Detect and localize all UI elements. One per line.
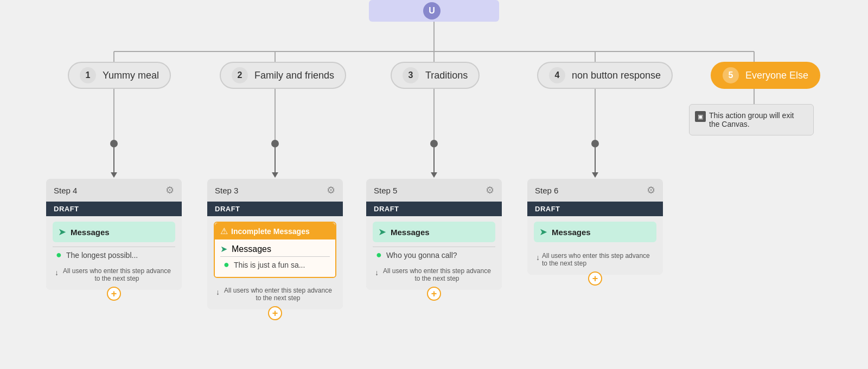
branch-label-5: Everyone Else — [745, 70, 808, 81]
step5-advance-text: ↓ All users who enter this step advance … — [373, 263, 495, 284]
step3-incomplete-label: Incomplete Messages — [231, 227, 310, 236]
step6-messages-label: Messages — [552, 228, 591, 237]
svg-point-15 — [110, 140, 118, 147]
exit-canvas-box: ▣ This action group will exit the Canvas… — [689, 104, 814, 135]
step5-whatsapp-text: Who you gonna call? — [386, 251, 457, 260]
step3-title: Step 3 — [215, 186, 238, 195]
step5-messages-label: Messages — [391, 228, 430, 237]
branch-1[interactable]: 1 Yummy meal — [68, 62, 171, 89]
down-arrow-step3: ↓ — [216, 288, 220, 296]
step3-header: Step 3 ⚙ — [207, 179, 343, 202]
down-arrow-step6: ↓ — [536, 253, 540, 262]
step6-messages-row[interactable]: ➤ Messages — [534, 222, 656, 242]
step6-gear-icon[interactable]: ⚙ — [647, 184, 655, 196]
inc-messages-inner: ➤ Messages ● This is just a fun sa... — [215, 239, 335, 277]
down-arrow-step4: ↓ — [55, 268, 59, 277]
branch-num-5: 5 — [723, 67, 739, 83]
step6-body: ➤ Messages ↓ All users who enter this st… — [527, 216, 663, 275]
step4-card: Step 4 ⚙ DRAFT ➤ Messages ● The longest … — [46, 179, 182, 290]
step4-messages-row[interactable]: ➤ Messages — [53, 222, 175, 242]
step3-messages-label: Messages — [232, 244, 271, 254]
whatsapp-icon-step3: ● — [224, 259, 229, 270]
step6-advance-text: ↓ All users who enter this step advance … — [534, 247, 656, 269]
svg-marker-12 — [431, 172, 437, 178]
branch-label-2: Family and friends — [254, 70, 334, 81]
send-icon-step3: ➤ — [220, 244, 227, 254]
incomplete-messages-box[interactable]: ⚠ Incomplete Messages ➤ Messages ● This … — [214, 222, 336, 278]
send-icon-step4: ➤ — [58, 226, 66, 238]
step5-add-button[interactable]: + — [427, 287, 441, 301]
step4-messages-label: Messages — [71, 228, 110, 237]
branch-4[interactable]: 4 non button response — [537, 62, 673, 89]
step6-add-button[interactable]: + — [588, 271, 602, 286]
top-node: U — [369, 0, 499, 22]
step3-whatsapp-row[interactable]: ● This is just a fun sa... — [220, 256, 330, 273]
branch-label-3: Traditions — [425, 70, 468, 81]
step6-draft-bar: DRAFT — [527, 202, 663, 216]
step5-body: ➤ Messages ● Who you gonna call? ↓ All u… — [366, 216, 502, 290]
branch-2[interactable]: 2 Family and friends — [220, 62, 346, 89]
step4-header: Step 4 ⚙ — [46, 179, 182, 202]
step3-body: ⚠ Incomplete Messages ➤ Messages ● This … — [207, 216, 343, 309]
step3-messages-row[interactable]: ➤ Messages — [220, 244, 330, 254]
step5-card: Step 5 ⚙ DRAFT ➤ Messages ● Who you gonn… — [366, 179, 502, 290]
top-node-icon: U — [423, 2, 441, 20]
step4-advance-text: ↓ All users who enter this step advance … — [53, 263, 175, 284]
step4-gear-icon[interactable]: ⚙ — [165, 184, 174, 196]
step5-title: Step 5 — [374, 186, 397, 195]
step4-body: ➤ Messages ● The longest possibl... ↓ Al… — [46, 216, 182, 290]
svg-point-18 — [591, 140, 599, 147]
step5-messages-row[interactable]: ➤ Messages — [373, 222, 495, 242]
whatsapp-icon-step4: ● — [56, 249, 62, 261]
send-icon-step6: ➤ — [539, 226, 547, 238]
branch-num-1: 1 — [80, 67, 96, 83]
step6-title: Step 6 — [535, 186, 558, 195]
whatsapp-icon-step5: ● — [376, 249, 382, 261]
svg-marker-10 — [272, 172, 278, 178]
warn-icon-step3: ⚠ — [220, 226, 228, 236]
branch-5[interactable]: 5 Everyone Else — [711, 62, 820, 89]
svg-marker-14 — [592, 172, 598, 178]
step4-add-button[interactable]: + — [107, 287, 121, 301]
incomplete-header: ⚠ Incomplete Messages — [215, 223, 335, 239]
step6-card: Step 6 ⚙ DRAFT ➤ Messages ↓ All users wh… — [527, 179, 663, 275]
step3-draft-bar: DRAFT — [207, 202, 343, 216]
step5-draft-bar: DRAFT — [366, 202, 502, 216]
branch-3[interactable]: 3 Traditions — [391, 62, 480, 89]
step4-title: Step 4 — [54, 186, 77, 195]
step3-add-button[interactable]: + — [268, 306, 282, 320]
branch-num-3: 3 — [403, 67, 419, 83]
step3-card: Step 3 ⚙ DRAFT ⚠ Incomplete Messages ➤ M… — [207, 179, 343, 309]
branch-label-4: non button response — [572, 70, 661, 81]
step4-whatsapp-text: The longest possibl... — [66, 251, 138, 260]
exit-icon: ▣ — [695, 111, 706, 122]
step3-advance-text: ↓ All users who enter this step advance … — [214, 282, 336, 304]
step5-header: Step 5 ⚙ — [366, 179, 502, 202]
down-arrow-step5: ↓ — [375, 268, 379, 277]
branch-num-4: 4 — [549, 67, 565, 83]
svg-marker-8 — [111, 172, 117, 178]
step3-gear-icon[interactable]: ⚙ — [327, 184, 335, 196]
step3-whatsapp-text: This is just a fun sa... — [234, 261, 305, 269]
svg-point-16 — [271, 140, 279, 147]
branch-num-2: 2 — [232, 67, 248, 83]
branch-label-1: Yummy meal — [103, 70, 159, 81]
step5-gear-icon[interactable]: ⚙ — [486, 184, 494, 196]
step4-whatsapp-row[interactable]: ● The longest possibl... — [53, 247, 175, 263]
exit-text: This action group will exit the Canvas. — [709, 111, 794, 128]
step4-draft-bar: DRAFT — [46, 202, 182, 216]
step5-whatsapp-row[interactable]: ● Who you gonna call? — [373, 247, 495, 263]
step6-header: Step 6 ⚙ — [527, 179, 663, 202]
svg-point-17 — [430, 140, 438, 147]
canvas: U 1 Yummy meal 2 Family and friends 3 Tr… — [0, 0, 868, 369]
send-icon-step5: ➤ — [378, 226, 386, 238]
